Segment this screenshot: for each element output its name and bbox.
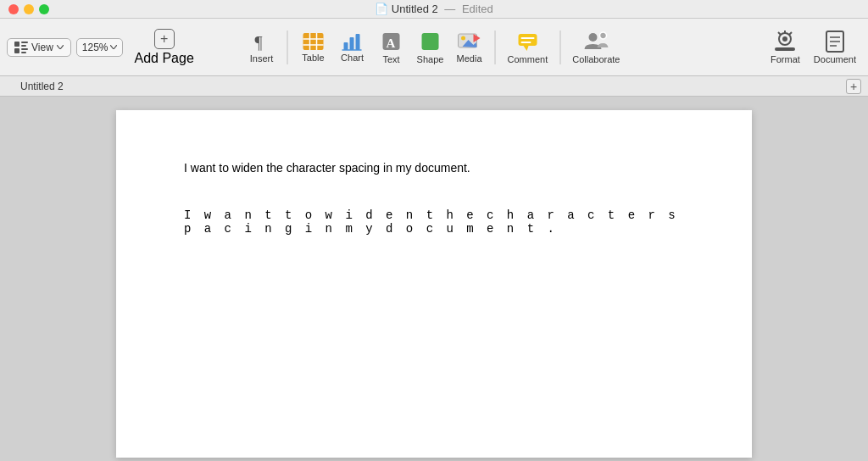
title-bar: 📄 Untitled 2 — Edited: [0, 0, 868, 19]
document-label: Document: [814, 54, 856, 64]
svg-line-32: [789, 32, 792, 35]
svg-rect-4: [21, 48, 28, 50]
media-button[interactable]: Media: [451, 28, 488, 67]
chart-label: Chart: [341, 53, 364, 63]
collaborate-icon: [582, 31, 609, 53]
document-tab[interactable]: Untitled 2: [10, 79, 74, 94]
svg-rect-0: [14, 42, 19, 47]
svg-text:¶: ¶: [255, 33, 263, 52]
collaborate-button[interactable]: Collaborate: [567, 27, 625, 68]
svg-rect-7: [303, 33, 324, 50]
add-tab-button[interactable]: +: [846, 79, 861, 94]
table-button[interactable]: Table: [295, 29, 332, 66]
svg-rect-34: [775, 47, 795, 51]
svg-point-28: [599, 32, 606, 39]
window-title: 📄 Untitled 2 — Edited: [375, 3, 493, 15]
add-page-label: Add Page: [135, 51, 194, 66]
toolbar-center-group: ¶ Insert Table: [243, 27, 626, 68]
svg-rect-13: [350, 37, 354, 50]
format-label: Format: [771, 54, 800, 64]
paragraph-icon: ¶: [252, 31, 272, 52]
zoom-button[interactable]: 125%: [76, 38, 123, 57]
shape-icon: [420, 31, 442, 53]
text-line-1: I want to widen the character spacing in…: [184, 161, 684, 175]
document-page: I want to widen the character spacing in…: [116, 110, 752, 458]
svg-rect-3: [14, 48, 19, 53]
title-icon: 📄: [375, 3, 392, 15]
text-button[interactable]: A Text: [373, 27, 410, 68]
svg-rect-18: [422, 33, 439, 50]
svg-text:A: A: [387, 36, 396, 50]
main-content-area: I want to widen the character spacing in…: [0, 97, 868, 461]
svg-rect-2: [21, 45, 26, 47]
tabs-bar: Untitled 2 +: [0, 76, 868, 97]
format-button[interactable]: Format: [765, 27, 805, 68]
plus-icon: +: [154, 29, 175, 49]
svg-rect-5: [21, 52, 26, 53]
text-icon: A: [381, 31, 403, 53]
window-controls: [8, 4, 49, 14]
minimize-button[interactable]: [24, 4, 34, 14]
table-icon: [303, 32, 325, 51]
insert-label: Insert: [250, 53, 274, 64]
insert-button[interactable]: ¶ Insert: [243, 28, 281, 67]
zoom-label: 125%: [82, 42, 108, 53]
collaborate-label: Collaborate: [572, 54, 620, 64]
media-label: Media: [457, 53, 482, 64]
view-label: View: [31, 42, 53, 53]
toolbar-left-group: View 125% + Add Page: [7, 25, 201, 69]
table-label: Table: [302, 53, 324, 63]
chart-button[interactable]: Chart: [334, 29, 371, 66]
document-icon: [825, 31, 845, 53]
format-icon: [773, 31, 797, 53]
toolbar-divider-3: [559, 31, 560, 64]
comment-icon: [516, 31, 538, 53]
svg-line-31: [778, 32, 781, 35]
toolbar-right-group: Format Document: [765, 27, 861, 68]
toolbar-divider-2: [495, 31, 496, 64]
comment-label: Comment: [508, 54, 548, 64]
close-button[interactable]: [8, 4, 19, 14]
svg-rect-1: [21, 42, 28, 43]
svg-point-30: [782, 36, 787, 42]
view-icon: [14, 42, 28, 53]
view-button[interactable]: View: [7, 38, 71, 57]
svg-rect-12: [344, 42, 348, 50]
chart-icon: [342, 32, 364, 51]
media-icon: [458, 31, 481, 52]
chevron-down-icon: [110, 45, 117, 49]
shape-label: Shape: [417, 54, 444, 64]
toolbar: View 125% + Add Page ¶ Insert: [0, 19, 868, 76]
document-button[interactable]: Document: [809, 27, 861, 68]
text-line-2: I w a n t t o w i d e n t h e c h a r a …: [184, 208, 684, 236]
svg-rect-23: [518, 34, 537, 46]
text-label: Text: [382, 54, 399, 64]
chevron-down-icon: [57, 45, 64, 49]
svg-point-20: [461, 36, 465, 40]
svg-rect-14: [356, 34, 360, 50]
svg-marker-24: [523, 46, 528, 51]
add-page-button[interactable]: + Add Page: [128, 25, 201, 69]
comment-button[interactable]: Comment: [503, 27, 554, 68]
toolbar-divider-1: [287, 31, 288, 64]
shape-button[interactable]: Shape: [412, 27, 449, 68]
svg-point-27: [588, 33, 597, 42]
maximize-button[interactable]: [39, 4, 49, 14]
